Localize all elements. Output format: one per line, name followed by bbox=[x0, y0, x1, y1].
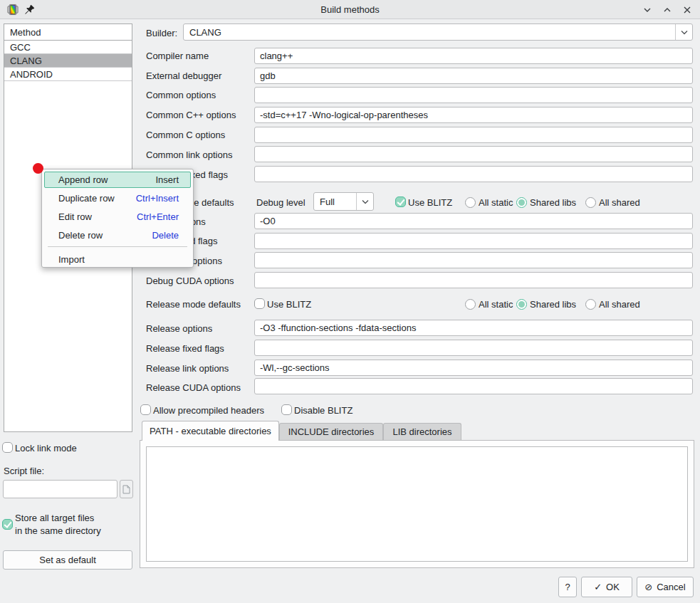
close-icon[interactable] bbox=[681, 4, 693, 16]
builder-value: CLANG bbox=[184, 27, 675, 38]
chevron-down-icon[interactable] bbox=[675, 24, 692, 40]
allow-precompiled-headers-checkbox[interactable] bbox=[140, 404, 151, 415]
release-shared-libs-label: Shared libs bbox=[530, 299, 576, 310]
field-input-release-fixed-flags[interactable] bbox=[254, 340, 693, 356]
field-label-common-cpp-options: Common C++ options bbox=[146, 110, 236, 120]
field-input-debug-fixed-flags[interactable] bbox=[254, 233, 693, 249]
check-icon: ✓ bbox=[594, 582, 602, 592]
menu-item-label: Append row bbox=[58, 174, 108, 185]
menu-item-label: Import bbox=[58, 254, 85, 265]
menu-separator bbox=[48, 246, 187, 247]
field-input-common-fixed-flags[interactable] bbox=[254, 166, 693, 182]
field-input-common-c-options[interactable] bbox=[254, 127, 693, 143]
ok-label: OK bbox=[606, 582, 620, 592]
path-directories-list[interactable] bbox=[146, 446, 688, 562]
field-label-release-fixed-flags: Release fixed flags bbox=[146, 343, 224, 354]
field-input-common-options[interactable] bbox=[254, 87, 693, 103]
script-file-input[interactable] bbox=[3, 480, 117, 498]
menu-item-append-row[interactable]: Append row Insert bbox=[44, 172, 191, 188]
titlebar[interactable]: Build methods bbox=[0, 0, 700, 19]
menu-item-label: Edit row bbox=[58, 211, 92, 222]
field-label-release-options: Release options bbox=[146, 323, 212, 334]
debug-all-shared-radio[interactable] bbox=[585, 197, 596, 208]
debug-all-shared-label: All shared bbox=[599, 197, 640, 208]
tab-panel bbox=[140, 440, 694, 568]
help-button[interactable]: ? bbox=[558, 577, 577, 597]
menu-item-shortcut: Ctrl+Insert bbox=[136, 193, 179, 204]
disable-blitz-label: Disable BLITZ bbox=[294, 405, 352, 416]
menu-item-label: Duplicate row bbox=[58, 193, 115, 204]
lock-link-mode-checkbox[interactable] bbox=[2, 442, 13, 453]
debug-level-combobox[interactable]: Full bbox=[313, 192, 374, 211]
menu-item-duplicate-row[interactable]: Duplicate row Ctrl+Insert bbox=[44, 190, 191, 206]
field-input-release-link-options[interactable] bbox=[254, 360, 693, 376]
field-input-external-debugger[interactable] bbox=[254, 68, 693, 84]
menu-item-shortcut: Insert bbox=[155, 174, 179, 185]
field-input-common-link-options[interactable] bbox=[254, 146, 693, 162]
builder-combobox[interactable]: CLANG bbox=[183, 23, 693, 41]
help-label: ? bbox=[565, 582, 570, 592]
chevron-down-icon[interactable] bbox=[356, 193, 373, 210]
store-target-files-label-line1: Store all target files bbox=[15, 513, 94, 523]
cancel-label: Cancel bbox=[657, 582, 685, 592]
shade-icon[interactable] bbox=[642, 4, 653, 16]
menu-item-delete-row[interactable]: Delete row Delete bbox=[44, 227, 191, 243]
context-menu: Append row Insert Duplicate row Ctrl+Ins… bbox=[41, 169, 194, 268]
app-icon bbox=[7, 4, 19, 15]
set-as-default-button[interactable]: Set as default bbox=[3, 550, 132, 570]
debug-use-blitz-checkbox[interactable] bbox=[395, 196, 406, 207]
field-input-common-cpp-options[interactable] bbox=[254, 107, 693, 123]
tab-include-directories[interactable]: INCLUDE directories bbox=[279, 423, 383, 441]
set-as-default-label: Set as default bbox=[39, 555, 96, 565]
field-label-external-debugger: External debugger bbox=[146, 70, 221, 81]
method-row-android[interactable]: ANDROID bbox=[4, 68, 132, 81]
lock-link-mode-label: Lock link mode bbox=[15, 443, 77, 453]
debug-all-static-label: All static bbox=[479, 197, 513, 208]
script-file-label: Script file: bbox=[4, 466, 44, 476]
debug-level-label: Debug level bbox=[256, 197, 305, 208]
build-methods-dialog: Build methods bbox=[0, 0, 700, 603]
document-icon bbox=[122, 485, 130, 494]
release-all-static-label: All static bbox=[479, 299, 513, 310]
field-label-debug-cuda-options: Debug CUDA options bbox=[146, 276, 234, 286]
field-input-release-options[interactable] bbox=[254, 320, 693, 336]
field-label-release-link-options: Release link options bbox=[146, 363, 229, 374]
field-label-common-link-options: Common link options bbox=[146, 150, 232, 160]
release-defaults-label: Release mode defaults bbox=[146, 299, 241, 310]
pin-icon[interactable] bbox=[23, 4, 35, 15]
debug-all-static-radio[interactable] bbox=[465, 197, 476, 208]
release-all-shared-radio[interactable] bbox=[585, 299, 596, 310]
menu-item-edit-row[interactable]: Edit row Ctrl+Enter bbox=[44, 209, 191, 225]
release-shared-libs-radio[interactable] bbox=[516, 299, 527, 310]
release-all-static-radio[interactable] bbox=[465, 299, 476, 310]
field-input-debug-cuda-options[interactable] bbox=[254, 272, 693, 288]
tab-lib-directories[interactable]: LIB directories bbox=[383, 423, 461, 441]
menu-item-shortcut: Delete bbox=[152, 230, 179, 241]
field-label-common-options: Common options bbox=[146, 90, 216, 100]
release-use-blitz-label: Use BLITZ bbox=[267, 299, 311, 310]
method-row-clang[interactable]: CLANG bbox=[4, 54, 132, 68]
menu-item-label: Delete row bbox=[58, 230, 103, 241]
field-label-release-cuda-options: Release CUDA options bbox=[146, 382, 241, 393]
cancel-button[interactable]: ⊘ Cancel bbox=[637, 577, 694, 597]
method-list-header: Method bbox=[4, 24, 132, 41]
field-label-common-c-options: Common C options bbox=[146, 130, 225, 140]
debug-shared-libs-radio[interactable] bbox=[516, 197, 527, 208]
cursor-dot bbox=[33, 163, 43, 174]
ok-button[interactable]: ✓ OK bbox=[581, 577, 632, 597]
field-input-release-cuda-options[interactable] bbox=[254, 378, 693, 394]
release-use-blitz-checkbox[interactable] bbox=[254, 298, 265, 309]
store-target-files-checkbox[interactable] bbox=[2, 519, 13, 530]
field-input-debug-link-options[interactable] bbox=[254, 252, 693, 268]
tab-path-directories[interactable]: PATH - executable directories bbox=[142, 421, 279, 441]
menu-item-import[interactable]: Import bbox=[44, 251, 191, 268]
maximize-icon[interactable] bbox=[662, 4, 673, 16]
disable-blitz-checkbox[interactable] bbox=[281, 404, 292, 415]
window-title: Build methods bbox=[0, 0, 700, 19]
method-row-gcc[interactable]: GCC bbox=[4, 41, 132, 54]
field-input-compiler-name[interactable] bbox=[254, 48, 693, 64]
script-file-browse-button[interactable] bbox=[120, 480, 133, 498]
allow-precompiled-headers-label: Allow precompiled headers bbox=[153, 405, 264, 416]
field-input-debug-options[interactable] bbox=[254, 213, 693, 229]
builder-label: Builder: bbox=[146, 28, 177, 38]
